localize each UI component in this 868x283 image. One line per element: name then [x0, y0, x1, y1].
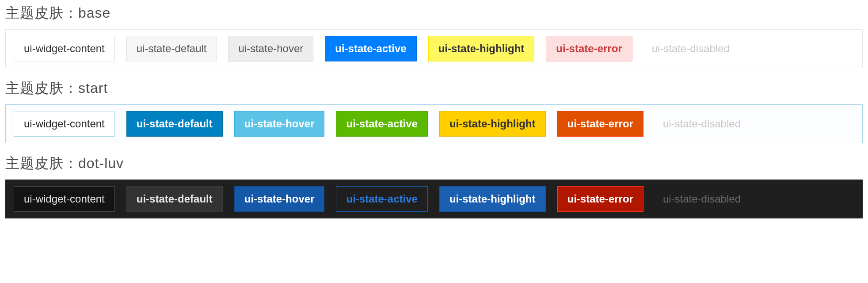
widget-start: ui-widget-content ui-state-default ui-st…: [5, 104, 863, 143]
state-active: ui-state-active: [336, 111, 427, 137]
state-hover: ui-state-hover: [228, 36, 314, 61]
state-error: ui-state-error: [557, 186, 643, 212]
state-default: ui-state-default: [126, 111, 223, 137]
widget-dot-luv: ui-widget-content ui-state-default ui-st…: [5, 180, 863, 218]
state-default: ui-state-default: [126, 36, 217, 61]
theme-title-prefix: 主题皮肤：: [5, 80, 78, 96]
state-default: ui-state-default: [126, 186, 223, 212]
state-active: ui-state-active: [325, 36, 416, 61]
state-disabled: ui-state-disabled: [644, 36, 738, 61]
theme-title-dot-luv: 主题皮肤：dot-luv: [5, 154, 863, 173]
theme-title-prefix: 主题皮肤：: [5, 155, 78, 171]
theme-block-dot-luv: 主题皮肤：dot-luv ui-widget-content ui-state-…: [5, 154, 863, 218]
state-highlight: ui-state-highlight: [439, 186, 546, 212]
theme-name: base: [78, 5, 110, 21]
theme-block-base: 主题皮肤：base ui-widget-content ui-state-def…: [5, 4, 863, 68]
state-error: ui-state-error: [546, 36, 632, 61]
state-hover: ui-state-hover: [234, 186, 325, 212]
state-active: ui-state-active: [336, 186, 427, 212]
theme-title-start: 主题皮肤：start: [5, 79, 863, 98]
state-content: ui-widget-content: [14, 111, 115, 137]
state-error: ui-state-error: [557, 111, 643, 137]
state-highlight: ui-state-highlight: [428, 36, 535, 61]
theme-title-base: 主题皮肤：base: [5, 4, 863, 23]
state-content: ui-widget-content: [14, 36, 115, 61]
state-content: ui-widget-content: [14, 186, 115, 212]
state-disabled: ui-state-disabled: [655, 111, 749, 136]
widget-base: ui-widget-content ui-state-default ui-st…: [5, 29, 863, 68]
theme-name: start: [78, 80, 108, 96]
state-disabled: ui-state-disabled: [655, 187, 749, 211]
state-hover: ui-state-hover: [234, 111, 325, 137]
state-highlight: ui-state-highlight: [439, 111, 546, 137]
theme-name: dot-luv: [78, 155, 124, 171]
theme-block-start: 主题皮肤：start ui-widget-content ui-state-de…: [5, 79, 863, 143]
theme-title-prefix: 主题皮肤：: [5, 5, 78, 21]
